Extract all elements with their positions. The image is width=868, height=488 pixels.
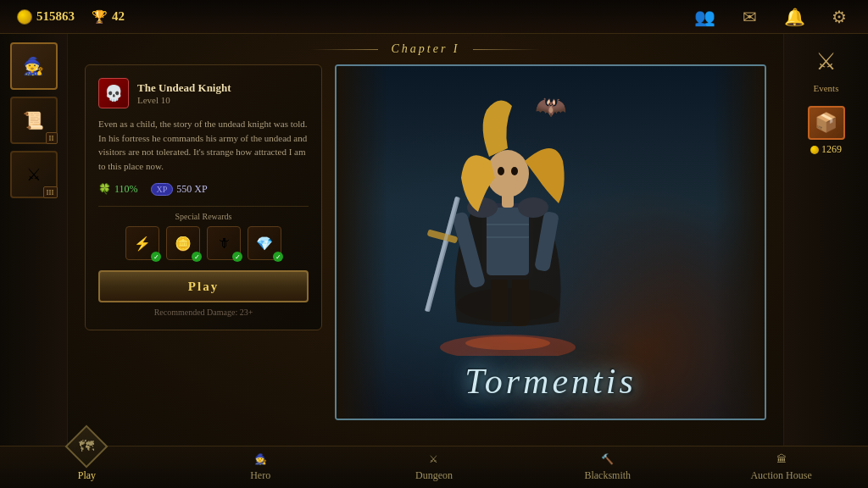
chapter-badge-3: III	[43, 186, 58, 198]
nav-hero-icon: 🧙	[254, 453, 267, 466]
nav-label-hero: Hero	[250, 469, 270, 482]
reward-slot-4[interactable]: 💎 ✓	[248, 226, 281, 260]
reward-gem-icon: 💎	[256, 236, 273, 252]
quest-title: The Undead Knight	[137, 81, 231, 95]
events-label: Events	[814, 83, 839, 93]
nav-item-auction[interactable]: 🏛 Auction House	[694, 446, 868, 488]
reward-check-2: ✓	[192, 252, 202, 262]
chest-coins: 1269	[810, 143, 842, 156]
nav-item-blacksmith[interactable]: 🔨 Blacksmith	[520, 446, 694, 488]
chapter-title-container: Chapter I	[310, 42, 540, 56]
players-icon[interactable]: 👥	[693, 7, 716, 27]
quest-icon-box: 💀	[98, 78, 129, 108]
quest-header: 💀 The Undead Knight Level 10	[98, 78, 309, 108]
sidebar-sword-icon: ⚔	[26, 164, 42, 185]
top-bar-right: 👥 ✉ 🔔 ⚙	[693, 7, 851, 27]
rewards-row: ⚡ ✓ 🪙 ✓ 🗡 ✓ 💎 ✓	[98, 226, 309, 260]
reward-check-1: ✓	[151, 252, 161, 262]
chest-icon: 📦	[808, 106, 845, 140]
chest-coins-amount: 1269	[821, 143, 842, 156]
coin-icon	[17, 9, 32, 25]
game-title: Tormentis	[337, 361, 765, 402]
nav-label-dungeon: Dungeon	[415, 469, 453, 482]
trophy-amount: 42	[112, 9, 125, 24]
chest-coin-dot	[810, 146, 819, 154]
xp-badge: XP	[151, 183, 174, 196]
luck-value: 110%	[114, 183, 138, 196]
stats-row: 🍀 110% XP 550 XP	[98, 183, 309, 196]
clover-icon: 🍀	[98, 183, 111, 196]
svg-point-6	[518, 197, 548, 218]
svg-point-17	[465, 336, 550, 350]
sidebar-chapter-icon: 📜	[23, 110, 44, 130]
nav-item-play[interactable]: 🗺 Play	[0, 446, 174, 488]
nav-blacksmith-icon: 🔨	[601, 453, 614, 466]
luck-stat: 🍀 110%	[98, 183, 138, 196]
xp-value: 550 XP	[176, 183, 207, 196]
sidebar-slot-1[interactable]: 🧙	[10, 42, 58, 90]
chest-item[interactable]: 📦 1269	[808, 106, 845, 156]
play-button[interactable]: Play	[98, 270, 309, 302]
character-area	[415, 68, 601, 359]
trophy-currency: 🏆 42	[92, 9, 125, 25]
reward-xp-icon: ⚡	[134, 236, 151, 252]
events-sword-icon: ⚔	[808, 42, 845, 80]
chapter-line-left	[310, 49, 378, 50]
reward-check-3: ✓	[232, 252, 242, 262]
top-bar-left: 515863 🏆 42	[17, 9, 125, 25]
bell-icon[interactable]: 🔔	[782, 7, 806, 27]
nav-item-dungeon[interactable]: ⚔ Dungeon	[348, 446, 521, 488]
chapter-badge: II	[46, 132, 58, 144]
mail-icon[interactable]: ✉	[737, 7, 761, 27]
trophy-icon: 🏆	[92, 9, 108, 25]
xp-stat: XP 550 XP	[151, 183, 208, 196]
events-item[interactable]: ⚔ Events	[808, 42, 845, 93]
settings-icon[interactable]: ⚙	[827, 7, 851, 27]
character-svg	[415, 68, 601, 356]
quest-skull-icon: 💀	[104, 84, 123, 103]
nav-label-play: Play	[78, 469, 96, 482]
gold-currency: 515863	[17, 9, 75, 25]
reward-sword-icon: 🗡	[217, 236, 231, 251]
bottom-nav: 🗺 Play 🧙 Hero ⚔ Dungeon 🔨 Blacksmith 🏛 A…	[0, 446, 868, 488]
game-image-container: 🦇	[335, 64, 766, 420]
quest-title-area: The Undead Knight Level 10	[137, 81, 231, 105]
quest-description: Even as a child, the story of the undead…	[98, 117, 309, 173]
svg-rect-4	[487, 208, 529, 275]
nav-label-blacksmith: Blacksmith	[584, 469, 631, 482]
nav-play-diamond-inner: 🗺	[79, 438, 94, 456]
reward-check-4: ✓	[273, 252, 283, 262]
right-sidebar: ⚔ Events 📦 1269	[783, 34, 868, 446]
sidebar-slot-2[interactable]: 📜 II	[10, 97, 58, 144]
reward-slot-2[interactable]: 🪙 ✓	[166, 226, 200, 260]
nav-auction-icon: 🏛	[776, 453, 787, 466]
svg-rect-14	[425, 197, 459, 312]
nav-label-auction: Auction House	[750, 469, 811, 482]
svg-rect-13	[427, 229, 459, 243]
top-bar: 515863 🏆 42 👥 ✉ 🔔 ⚙	[0, 0, 868, 34]
sidebar-hero-icon: 🧙	[23, 56, 44, 76]
left-sidebar: 🧙 📜 II ⚔ III	[0, 34, 68, 446]
chapter-line-right	[473, 49, 541, 50]
nav-item-hero[interactable]: 🧙 Hero	[174, 446, 348, 488]
recommended-damage: Recommended Damage: 23+	[98, 308, 309, 317]
chapter-title: Chapter I	[391, 42, 459, 56]
gold-amount: 515863	[36, 9, 75, 24]
main-content: Chapter I 💀 The Undead Knight Level 10 E…	[68, 34, 783, 446]
svg-point-9	[498, 167, 504, 175]
svg-point-10	[511, 167, 518, 175]
nav-dungeon-icon: ⚔	[429, 453, 438, 466]
reward-slot-3[interactable]: 🗡 ✓	[207, 226, 241, 260]
special-rewards-title: Special Rewards	[98, 206, 309, 221]
content-row: 💀 The Undead Knight Level 10 Even as a c…	[85, 64, 766, 420]
reward-slot-1[interactable]: ⚡ ✓	[125, 226, 159, 260]
reward-coin-icon: 🪙	[175, 236, 192, 252]
quest-level: Level 10	[137, 95, 231, 105]
info-panel: 💀 The Undead Knight Level 10 Even as a c…	[85, 64, 322, 330]
sidebar-slot-3[interactable]: ⚔ III	[10, 151, 58, 198]
